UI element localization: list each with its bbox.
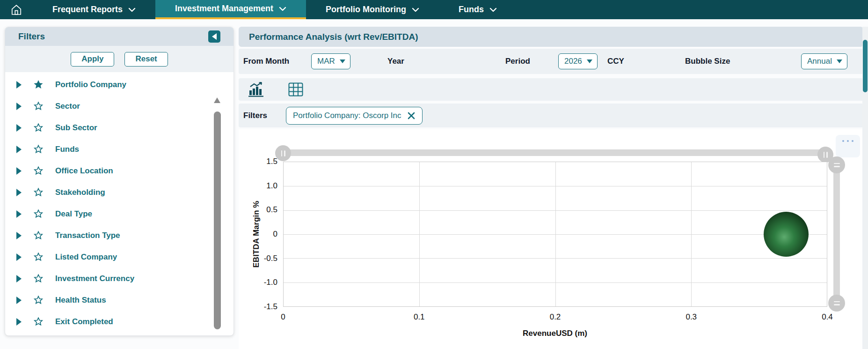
star-outline-icon[interactable] bbox=[33, 230, 44, 241]
sidebar-item-sector[interactable]: Sector bbox=[5, 96, 233, 117]
gridline bbox=[419, 162, 420, 306]
star-outline-icon[interactable] bbox=[33, 295, 44, 306]
y-tick-label: 1.0 bbox=[249, 181, 277, 191]
filter-chip-portfolio-company[interactable]: Portfolio Company: Oscorp Inc bbox=[286, 107, 422, 125]
home-icon bbox=[10, 4, 22, 16]
nav-item-label: Frequent Reports bbox=[52, 5, 123, 15]
from-month-select[interactable]: MAR bbox=[311, 53, 350, 69]
sidebar-item-investment-currency[interactable]: Investment Currency bbox=[5, 268, 233, 290]
control-ccy: CCYUSD bbox=[607, 49, 624, 74]
sidebar-item-health-status[interactable]: Health Status bbox=[5, 290, 233, 311]
nav-item-portfolio-monitoring[interactable]: Portfolio Monitoring bbox=[306, 0, 439, 19]
star-outline-icon[interactable] bbox=[33, 252, 44, 263]
control-label: CCY bbox=[607, 57, 624, 66]
filter-item-label: Sector bbox=[55, 102, 80, 111]
sidebar-item-transaction-type[interactable]: Transaction Type bbox=[5, 225, 233, 246]
x-axis-title: RevenueUSD (m) bbox=[523, 329, 587, 338]
expand-arrow-icon[interactable] bbox=[16, 297, 22, 304]
expand-arrow-icon[interactable] bbox=[16, 189, 22, 196]
star-outline-icon[interactable] bbox=[33, 122, 44, 134]
expand-arrow-icon[interactable] bbox=[16, 210, 22, 218]
nav-item-investment-management[interactable]: Investment Management bbox=[155, 0, 306, 19]
expand-arrow-icon[interactable] bbox=[16, 253, 22, 261]
reset-button[interactable]: Reset bbox=[124, 52, 168, 67]
year-select[interactable]: 2026 bbox=[558, 53, 598, 69]
period-select[interactable]: Annual bbox=[801, 53, 847, 69]
page-title-bar: Performance Analysis (wrt Rev/EBITDA) bbox=[239, 27, 863, 47]
star-outline-icon[interactable] bbox=[33, 187, 44, 198]
star-filled-icon[interactable] bbox=[33, 79, 44, 90]
x-tick-label: 0.4 bbox=[822, 312, 833, 322]
scrollbar-thumb[interactable] bbox=[214, 111, 221, 329]
expand-arrow-icon[interactable] bbox=[16, 124, 22, 132]
sidebar-item-sub-sector[interactable]: Sub Sector bbox=[5, 117, 233, 139]
filter-item-label: Funds bbox=[55, 145, 79, 154]
filter-item-label: Health Status bbox=[55, 296, 106, 305]
control-label: From Month bbox=[243, 57, 289, 66]
star-outline-icon[interactable] bbox=[33, 144, 44, 155]
filter-item-label: Deal Type bbox=[55, 209, 92, 219]
selected-value: MAR bbox=[317, 57, 335, 66]
active-filters-bar: Filters Portfolio Company: Oscorp Inc bbox=[239, 104, 863, 127]
y-range-slider-track[interactable] bbox=[833, 163, 840, 311]
sidebar-item-stakeholding[interactable]: Stakeholding bbox=[5, 182, 233, 203]
sidebar-item-office-location[interactable]: Office Location bbox=[5, 160, 233, 182]
close-icon[interactable] bbox=[407, 111, 416, 120]
expand-arrow-icon[interactable] bbox=[16, 232, 22, 239]
x-range-slider-track[interactable] bbox=[283, 149, 827, 156]
page-scrollbar[interactable] bbox=[862, 27, 868, 349]
collapse-panel-button[interactable] bbox=[208, 30, 220, 43]
page-title: Performance Analysis (wrt Rev/EBITDA) bbox=[249, 32, 418, 42]
star-outline-icon[interactable] bbox=[33, 165, 44, 177]
nav-item-label: Investment Management bbox=[175, 4, 273, 14]
star-outline-icon[interactable] bbox=[33, 208, 44, 220]
y-range-slider-handle-bottom[interactable] bbox=[828, 295, 845, 312]
filter-item-label: Listed Company bbox=[55, 252, 117, 262]
star-outline-icon[interactable] bbox=[33, 273, 44, 284]
control-period: PeriodAnnual bbox=[505, 49, 530, 74]
expand-arrow-icon[interactable] bbox=[16, 81, 22, 89]
filter-list-scrollbar bbox=[214, 97, 221, 336]
star-outline-icon[interactable] bbox=[33, 101, 44, 112]
page-scrollbar-thumb[interactable] bbox=[863, 40, 868, 92]
filters-actions: Apply Reset bbox=[5, 46, 233, 72]
control-label: Bubble Size bbox=[685, 57, 730, 66]
scroll-up-icon[interactable] bbox=[214, 97, 220, 103]
view-switcher bbox=[239, 78, 863, 101]
data-bubble-portfolio-company-oscorp-inc[interactable] bbox=[764, 212, 809, 257]
y-tick-label: -0.5 bbox=[249, 254, 277, 263]
y-tick-label: -1.5 bbox=[249, 302, 277, 312]
expand-arrow-icon[interactable] bbox=[16, 146, 22, 153]
expand-arrow-icon[interactable] bbox=[16, 275, 22, 282]
filter-chip-label: Portfolio Company: Oscorp Inc bbox=[293, 111, 401, 120]
bar-chart-icon bbox=[248, 82, 264, 97]
nav-item-frequent-reports[interactable]: Frequent Reports bbox=[33, 0, 155, 19]
y-tick-label: 0.5 bbox=[249, 205, 277, 215]
expand-arrow-icon[interactable] bbox=[16, 103, 22, 110]
x-range-slider-handle-left[interactable] bbox=[275, 145, 291, 161]
bubble-chart: EBITDA Margin % RevenueUSD (m) 1.51.00.5… bbox=[239, 129, 868, 349]
sidebar-item-listed-company[interactable]: Listed Company bbox=[5, 246, 233, 268]
apply-button[interactable]: Apply bbox=[71, 52, 114, 67]
expand-arrow-icon[interactable] bbox=[16, 167, 22, 175]
filter-item-label: Sub Sector bbox=[55, 123, 97, 133]
nav-items: Frequent ReportsInvestment ManagementPor… bbox=[33, 0, 517, 19]
star-outline-icon[interactable] bbox=[33, 316, 44, 327]
sidebar-item-portfolio-company[interactable]: Portfolio Company bbox=[5, 74, 233, 96]
expand-arrow-icon[interactable] bbox=[16, 318, 22, 326]
nav-item-funds[interactable]: Funds bbox=[439, 0, 517, 19]
sidebar-item-deal-type[interactable]: Deal Type bbox=[5, 203, 233, 225]
nav-item-label: Funds bbox=[459, 5, 484, 15]
gridline bbox=[691, 162, 692, 306]
table-view-button[interactable] bbox=[287, 81, 304, 98]
sidebar-item-funds[interactable]: Funds bbox=[5, 139, 233, 160]
caret-down-icon bbox=[837, 59, 842, 63]
y-tick-label: 0 bbox=[249, 230, 277, 239]
home-button[interactable] bbox=[0, 0, 33, 19]
collapse-panel-icon bbox=[212, 33, 217, 40]
y-range-slider-handle-top[interactable] bbox=[828, 156, 845, 173]
chart-menu-button[interactable] bbox=[836, 135, 860, 157]
filter-item-label: Transaction Type bbox=[55, 231, 120, 240]
chart-view-button[interactable] bbox=[248, 81, 265, 98]
sidebar-item-exit-completed[interactable]: Exit Completed bbox=[5, 311, 233, 333]
